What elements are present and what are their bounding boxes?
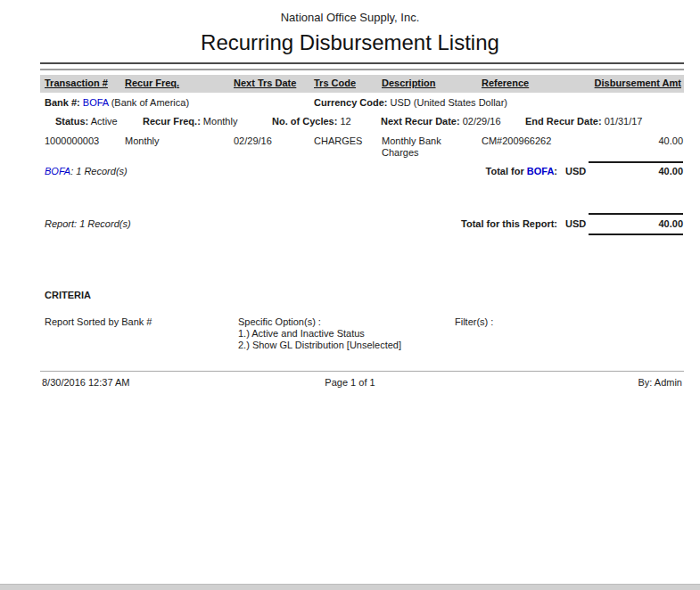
bank-records-summary: BOFA: 1 Record(s) bbox=[45, 166, 128, 176]
row-description: Monthly Bank Charges bbox=[382, 135, 471, 159]
bank-total-label: Total for BOFA: bbox=[379, 166, 557, 176]
criteria-filters-label: Filter(s) : bbox=[455, 316, 493, 327]
bank-total-currency: USD bbox=[565, 166, 586, 176]
bank-records-code-link[interactable]: BOFA bbox=[45, 166, 70, 176]
end-recur-value: 01/31/17 bbox=[605, 116, 643, 127]
column-header-bar: Transaction # Recur Freq. Next Trs Date … bbox=[40, 75, 684, 93]
row-next-trs-date: 02/29/16 bbox=[234, 135, 272, 146]
criteria-specific-options: Specific Option(s) : 1.) Active and Inac… bbox=[238, 316, 401, 351]
bank-total-rule bbox=[589, 161, 683, 163]
next-recur-field: Next Recur Date: 02/29/16 bbox=[381, 116, 501, 127]
company-name: National Office Supply, Inc. bbox=[0, 11, 700, 24]
report-total-currency: USD bbox=[565, 218, 586, 229]
recur-freq-value: Monthly bbox=[203, 116, 238, 127]
cycles-value: 12 bbox=[340, 116, 350, 127]
bank-records-rest: : 1 Record(s) bbox=[70, 166, 128, 176]
recur-freq-label: Recur Freq.: bbox=[143, 116, 201, 127]
criteria-heading: CRITERIA bbox=[45, 290, 91, 300]
end-recur-field: End Recur Date: 01/31/17 bbox=[525, 116, 642, 127]
status-label: Status: bbox=[55, 116, 88, 127]
report-total-rule-top bbox=[589, 213, 683, 215]
col-description: Description bbox=[382, 78, 436, 88]
bank-line: Bank #: BOFA (Bank of America) bbox=[45, 97, 189, 108]
footer-rule bbox=[40, 371, 684, 372]
next-recur-label: Next Recur Date: bbox=[381, 116, 460, 127]
next-recur-value: 02/29/16 bbox=[463, 116, 501, 127]
end-recur-label: End Recur Date: bbox=[525, 116, 602, 127]
col-reference: Reference bbox=[482, 78, 529, 88]
bank-total-code-link[interactable]: BOFA bbox=[527, 166, 555, 176]
title-rule-light bbox=[40, 69, 684, 70]
col-disbursement-amt: Disbursement Amt bbox=[595, 78, 681, 88]
col-next-trs-date: Next Trs Date bbox=[234, 78, 296, 88]
bank-label: Bank #: bbox=[45, 97, 80, 108]
row-transaction: 1000000003 bbox=[45, 135, 99, 146]
col-transaction: Transaction # bbox=[45, 78, 108, 88]
status-value: Active bbox=[91, 116, 118, 127]
currency-label: Currency Code: bbox=[314, 97, 388, 108]
bank-total-amount: 40.00 bbox=[594, 166, 683, 176]
report-total-rule-bottom bbox=[589, 234, 683, 235]
specific-options-label: Specific Option(s) : bbox=[238, 316, 401, 328]
specific-option-1: 1.) Active and Inactive Status bbox=[238, 328, 401, 340]
cycles-label: No. of Cycles: bbox=[272, 116, 337, 127]
col-recur-freq: Recur Freq. bbox=[125, 78, 179, 88]
criteria-sorted-by: Report Sorted by Bank # bbox=[45, 316, 152, 327]
bottom-scrollbar-track[interactable] bbox=[0, 584, 700, 590]
bank-total-prefix: Total for bbox=[486, 166, 527, 176]
title-rule-dark bbox=[40, 62, 684, 64]
footer-by-user: By: Admin bbox=[548, 377, 682, 388]
row-recur-freq: Monthly bbox=[125, 135, 160, 146]
col-trs-code: Trs Code bbox=[314, 78, 356, 88]
row-amount: 40.00 bbox=[594, 135, 683, 146]
bank-name: (Bank of America) bbox=[111, 97, 189, 108]
cycles-field: No. of Cycles: 12 bbox=[272, 116, 351, 127]
bank-code-link[interactable]: BOFA bbox=[83, 97, 109, 108]
report-records-summary: Report: 1 Record(s) bbox=[45, 218, 131, 229]
report-page: National Office Supply, Inc. Recurring D… bbox=[0, 0, 700, 590]
currency-line: Currency Code: USD (United States Dollar… bbox=[314, 97, 507, 108]
status-field: Status: Active bbox=[55, 116, 118, 127]
row-reference: CM#200966262 bbox=[482, 135, 551, 146]
report-title: Recurring Disbursement Listing bbox=[0, 30, 700, 55]
row-trs-code: CHARGES bbox=[314, 135, 362, 146]
recur-freq-field: Recur Freq.: Monthly bbox=[143, 116, 237, 127]
report-total-amount: 40.00 bbox=[594, 218, 683, 229]
currency-value: USD (United States Dollar) bbox=[391, 97, 507, 108]
bank-total-suffix: : bbox=[554, 166, 557, 176]
report-total-label: Total for this Report: bbox=[379, 218, 557, 229]
specific-option-2: 2.) Show GL Distribution [Unselected] bbox=[238, 340, 401, 351]
